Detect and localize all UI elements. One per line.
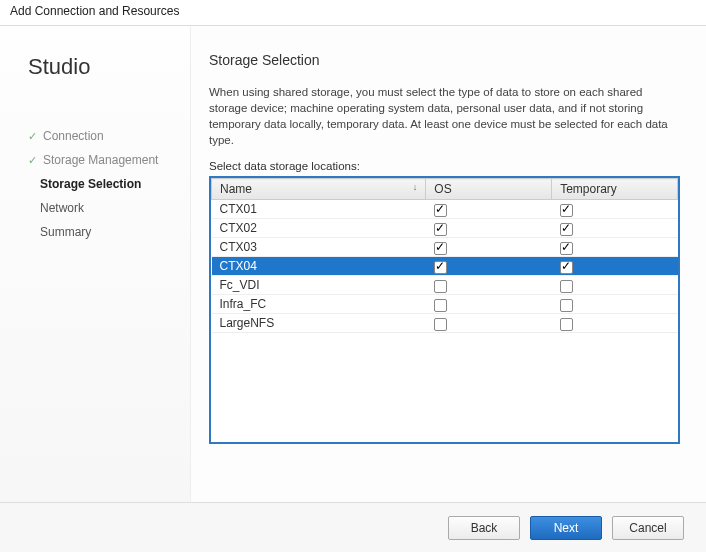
cell-name: CTX03 xyxy=(212,238,426,257)
sidebar: Studio ConnectionStorage ManagementStora… xyxy=(0,26,190,502)
cancel-button[interactable]: Cancel xyxy=(612,516,684,540)
wizard-step[interactable]: Storage Management xyxy=(28,148,190,172)
cell-os[interactable] xyxy=(426,257,552,276)
col-name-label: Name xyxy=(220,182,252,196)
cell-temp[interactable] xyxy=(552,219,678,238)
window-title: Add Connection and Resources xyxy=(0,0,706,26)
checkbox-os[interactable] xyxy=(434,204,447,217)
storage-grid[interactable]: Name ↓ OS Temporary CTX01CTX02CTX03CTX04… xyxy=(209,176,680,444)
back-button[interactable]: Back xyxy=(448,516,520,540)
table-row[interactable]: LargeNFS xyxy=(212,314,678,333)
checkbox-temp[interactable] xyxy=(560,318,573,331)
cell-temp[interactable] xyxy=(552,314,678,333)
cell-os[interactable] xyxy=(426,276,552,295)
next-button[interactable]: Next xyxy=(530,516,602,540)
checkbox-temp[interactable] xyxy=(560,223,573,236)
wizard-step[interactable]: Network xyxy=(28,196,190,220)
studio-logo: Studio xyxy=(28,54,190,80)
cell-name: CTX01 xyxy=(212,200,426,219)
col-name[interactable]: Name ↓ xyxy=(212,179,426,200)
cell-temp[interactable] xyxy=(552,257,678,276)
table-row[interactable]: CTX02 xyxy=(212,219,678,238)
cell-name: Fc_VDI xyxy=(212,276,426,295)
cell-temp[interactable] xyxy=(552,295,678,314)
checkbox-os[interactable] xyxy=(434,299,447,312)
checkbox-temp[interactable] xyxy=(560,299,573,312)
sort-down-icon: ↓ xyxy=(413,182,418,192)
wizard-body: Studio ConnectionStorage ManagementStora… xyxy=(0,26,706,502)
checkbox-temp[interactable] xyxy=(560,261,573,274)
checkbox-os[interactable] xyxy=(434,242,447,255)
wizard-step[interactable]: Connection xyxy=(28,124,190,148)
list-label: Select data storage locations: xyxy=(209,160,680,172)
wizard-footer: Back Next Cancel xyxy=(0,502,706,552)
cell-os[interactable] xyxy=(426,314,552,333)
cell-temp[interactable] xyxy=(552,238,678,257)
wizard-step[interactable]: Storage Selection xyxy=(28,172,190,196)
checkbox-temp[interactable] xyxy=(560,280,573,293)
cell-os[interactable] xyxy=(426,295,552,314)
col-os-label: OS xyxy=(434,182,451,196)
table-row[interactable]: CTX04 xyxy=(212,257,678,276)
checkbox-temp[interactable] xyxy=(560,242,573,255)
col-temp[interactable]: Temporary xyxy=(552,179,678,200)
cell-name: CTX04 xyxy=(212,257,426,276)
cell-os[interactable] xyxy=(426,200,552,219)
table-row[interactable]: Fc_VDI xyxy=(212,276,678,295)
main-panel: Storage Selection When using shared stor… xyxy=(190,26,706,502)
cell-name: Infra_FC xyxy=(212,295,426,314)
checkbox-os[interactable] xyxy=(434,318,447,331)
page-heading: Storage Selection xyxy=(209,52,680,68)
table-row[interactable]: CTX03 xyxy=(212,238,678,257)
wizard-steps: ConnectionStorage ManagementStorage Sele… xyxy=(28,124,190,244)
col-temp-label: Temporary xyxy=(560,182,617,196)
checkbox-os[interactable] xyxy=(434,223,447,236)
table-row[interactable]: Infra_FC xyxy=(212,295,678,314)
table-row[interactable]: CTX01 xyxy=(212,200,678,219)
cell-name: LargeNFS xyxy=(212,314,426,333)
wizard-step[interactable]: Summary xyxy=(28,220,190,244)
cell-name: CTX02 xyxy=(212,219,426,238)
cell-temp[interactable] xyxy=(552,276,678,295)
col-os[interactable]: OS xyxy=(426,179,552,200)
cell-temp[interactable] xyxy=(552,200,678,219)
page-description: When using shared storage, you must sele… xyxy=(209,84,680,148)
checkbox-os[interactable] xyxy=(434,280,447,293)
cell-os[interactable] xyxy=(426,219,552,238)
cell-os[interactable] xyxy=(426,238,552,257)
checkbox-os[interactable] xyxy=(434,261,447,274)
checkbox-temp[interactable] xyxy=(560,204,573,217)
